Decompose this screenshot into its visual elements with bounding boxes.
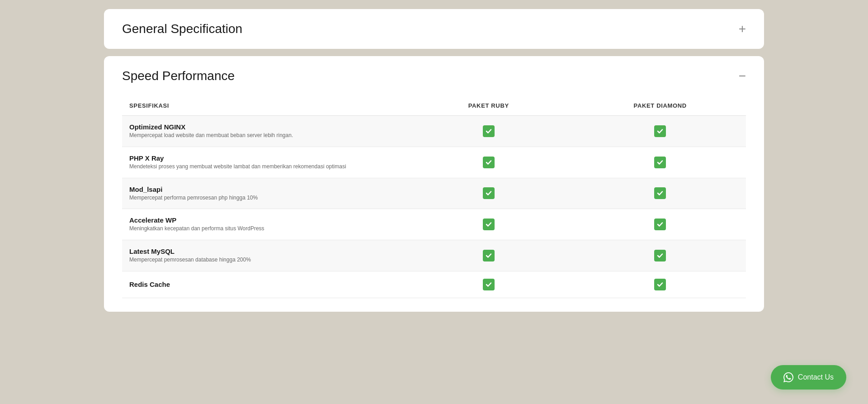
checkmark-icon (483, 219, 495, 230)
col-header-diamond: PAKET DIAMOND (575, 96, 746, 116)
feature-name-php-x-ray: PHP X Ray (129, 154, 396, 162)
feature-cell-redis-cache: Redis Cache (122, 271, 403, 298)
col-header-spesifikasi: SPESIFIKASI (122, 96, 403, 116)
checkmark-icon (483, 157, 495, 168)
ruby-check-redis-cache (403, 271, 575, 298)
checkmark-icon (483, 187, 495, 199)
general-specification-toggle[interactable]: + (739, 23, 746, 35)
feature-name-redis-cache: Redis Cache (129, 280, 396, 288)
checkmark-icon (483, 250, 495, 261)
whatsapp-icon (783, 372, 793, 382)
feature-name-latest-mysql: Latest MySQL (129, 247, 396, 255)
feature-desc-latest-mysql: Mempercepat pemrosesan database hingga 2… (129, 257, 251, 263)
feature-cell-latest-mysql: Latest MySQLMempercepat pemrosesan datab… (122, 240, 403, 271)
ruby-check-accelerate-wp (403, 209, 575, 240)
feature-name-optimized-nginx: Optimized NGINX (129, 123, 396, 131)
spec-table: SPESIFIKASI PAKET RUBY PAKET DIAMOND Opt… (122, 96, 746, 298)
table-row: Mod_lsapiMempercepat performa pemrosesan… (122, 178, 746, 209)
diamond-check-mod-lsapi (575, 178, 746, 209)
diamond-check-php-x-ray (575, 147, 746, 178)
table-row: Redis Cache (122, 271, 746, 298)
feature-name-mod-lsapi: Mod_lsapi (129, 185, 396, 193)
general-specification-title: General Specification (122, 22, 242, 36)
general-specification-section: General Specification + (104, 9, 764, 49)
speed-performance-section: Speed Performance − SPESIFIKASI PAKET RU… (104, 56, 764, 312)
speed-performance-title: Speed Performance (122, 69, 235, 83)
feature-name-accelerate-wp: Accelerate WP (129, 216, 396, 224)
feature-cell-optimized-nginx: Optimized NGINXMempercepat load website … (122, 116, 403, 147)
ruby-check-optimized-nginx (403, 116, 575, 147)
ruby-check-php-x-ray (403, 147, 575, 178)
table-row: PHP X RayMendeteksi proses yang membuat … (122, 147, 746, 178)
checkmark-icon (483, 279, 495, 290)
checkmark-icon (654, 187, 666, 199)
contact-us-button[interactable]: Contact Us (771, 365, 846, 390)
feature-cell-accelerate-wp: Accelerate WPMeningkatkan kecepatan dan … (122, 209, 403, 240)
table-row: Accelerate WPMeningkatkan kecepatan dan … (122, 209, 746, 240)
diamond-check-redis-cache (575, 271, 746, 298)
checkmark-icon (483, 125, 495, 137)
table-body: Optimized NGINXMempercepat load website … (122, 116, 746, 298)
contact-us-label: Contact Us (798, 373, 834, 381)
diamond-check-accelerate-wp (575, 209, 746, 240)
checkmark-icon (654, 125, 666, 137)
checkmark-icon (654, 279, 666, 290)
feature-desc-optimized-nginx: Mempercepat load website dan membuat beb… (129, 132, 293, 138)
general-specification-header: General Specification + (104, 9, 764, 49)
diamond-check-latest-mysql (575, 240, 746, 271)
checkmark-icon (654, 157, 666, 168)
feature-desc-mod-lsapi: Mempercepat performa pemrosesan php hing… (129, 195, 258, 201)
feature-cell-php-x-ray: PHP X RayMendeteksi proses yang membuat … (122, 147, 403, 178)
table-row: Latest MySQLMempercepat pemrosesan datab… (122, 240, 746, 271)
speed-performance-toggle[interactable]: − (739, 70, 746, 82)
diamond-check-optimized-nginx (575, 116, 746, 147)
table-header: SPESIFIKASI PAKET RUBY PAKET DIAMOND (122, 96, 746, 116)
speed-performance-content: SPESIFIKASI PAKET RUBY PAKET DIAMOND Opt… (104, 96, 764, 312)
table-row: Optimized NGINXMempercepat load website … (122, 116, 746, 147)
feature-desc-accelerate-wp: Meningkatkan kecepatan dan performa situ… (129, 225, 264, 232)
checkmark-icon (654, 219, 666, 230)
ruby-check-mod-lsapi (403, 178, 575, 209)
speed-performance-header: Speed Performance − (104, 56, 764, 96)
feature-cell-mod-lsapi: Mod_lsapiMempercepat performa pemrosesan… (122, 178, 403, 209)
feature-desc-php-x-ray: Mendeteksi proses yang membuat website l… (129, 163, 346, 170)
ruby-check-latest-mysql (403, 240, 575, 271)
col-header-ruby: PAKET RUBY (403, 96, 575, 116)
page-wrapper: General Specification + Speed Performanc… (104, 9, 764, 319)
checkmark-icon (654, 250, 666, 261)
